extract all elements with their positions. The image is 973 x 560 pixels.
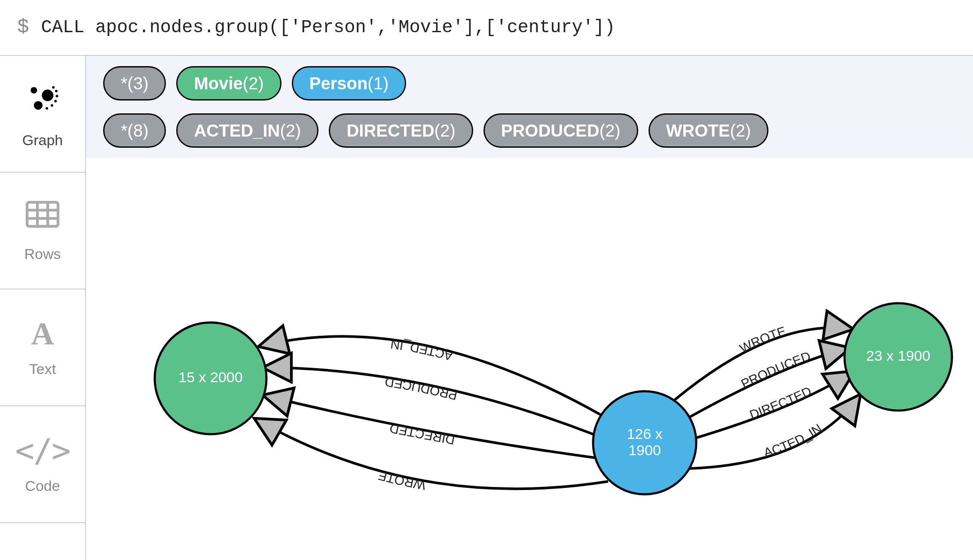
svg-point-7: [51, 104, 53, 107]
result-panel: *(3) Movie(2) Person(1) *(8) ACTED_IN(2)…: [86, 56, 973, 560]
graph-node-movie-2000[interactable]: 15 x 2000: [155, 323, 266, 434]
svg-text:23 x 1900: 23 x 1900: [866, 347, 930, 364]
svg-point-1: [42, 89, 53, 101]
edge-label: PRODUCED: [384, 374, 459, 403]
result-view-sidebar: Graph Rows A Text </> Code: [0, 56, 86, 560]
edge-label: DIRECTED: [748, 383, 814, 422]
edge-label: PRODUCED: [739, 349, 813, 391]
query-bar[interactable]: $ CALL apoc.nodes.group(['Person','Movie…: [0, 0, 973, 56]
svg-point-2: [34, 101, 43, 110]
graph-node-movie-1900[interactable]: 23 x 1900: [844, 303, 952, 411]
svg-point-8: [46, 107, 48, 110]
svg-point-6: [54, 100, 57, 102]
tab-graph[interactable]: Graph: [0, 56, 85, 173]
tab-rows[interactable]: Rows: [0, 173, 85, 289]
query-prompt: $: [17, 16, 29, 39]
node-chip-all[interactable]: *(3): [103, 66, 166, 100]
svg-rect-9: [27, 202, 58, 226]
overview-chip-area: *(3) Movie(2) Person(1) *(8) ACTED_IN(2)…: [86, 56, 973, 158]
rel-chip-wrote[interactable]: WROTE(2): [649, 113, 769, 148]
svg-text:126 x: 126 x: [627, 426, 662, 442]
query-text[interactable]: CALL apoc.nodes.group(['Person','Movie']…: [41, 17, 615, 38]
tab-label: Text: [29, 361, 56, 377]
svg-point-0: [31, 87, 37, 93]
tab-text[interactable]: A Text: [0, 289, 85, 406]
graph-icon: [24, 79, 61, 121]
tab-label: Graph: [22, 132, 63, 149]
graph-node-person-1900[interactable]: 126 x 1900: [593, 391, 696, 494]
node-chip-person[interactable]: Person(1): [292, 66, 407, 100]
tab-code[interactable]: </> Code: [0, 406, 85, 523]
edge-label: WROTE: [376, 469, 427, 493]
rel-chip-all[interactable]: *(8): [103, 113, 166, 148]
edge-label: ACTED_IN: [762, 421, 824, 460]
svg-point-4: [55, 89, 58, 92]
edge-label: ACTED_IN: [390, 337, 455, 364]
text-icon: A: [31, 318, 54, 350]
edge-label: DIRECTED: [389, 421, 456, 447]
svg-text:1900: 1900: [628, 442, 661, 458]
relationship-type-chips: *(8) ACTED_IN(2) DIRECTED(2) PRODUCED(2)…: [103, 113, 956, 148]
code-icon: </>: [15, 435, 70, 466]
rel-chip-directed[interactable]: DIRECTED(2): [329, 113, 473, 148]
svg-point-3: [52, 86, 55, 88]
graph-visualization[interactable]: ACTED_IN PRODUCED DIRECTED WROTE WROTE P…: [86, 158, 973, 560]
tab-label: Code: [25, 478, 60, 494]
svg-point-5: [56, 94, 58, 97]
table-icon: [25, 199, 60, 234]
rel-chip-acted-in[interactable]: ACTED_IN(2): [176, 113, 318, 148]
edge-label: WROTE: [737, 324, 788, 356]
tab-label: Rows: [24, 246, 61, 262]
rel-chip-produced[interactable]: PRODUCED(2): [483, 113, 638, 148]
node-label-chips: *(3) Movie(2) Person(1): [103, 66, 956, 100]
svg-text:15 x 2000: 15 x 2000: [178, 369, 242, 385]
node-chip-movie[interactable]: Movie(2): [176, 66, 281, 100]
